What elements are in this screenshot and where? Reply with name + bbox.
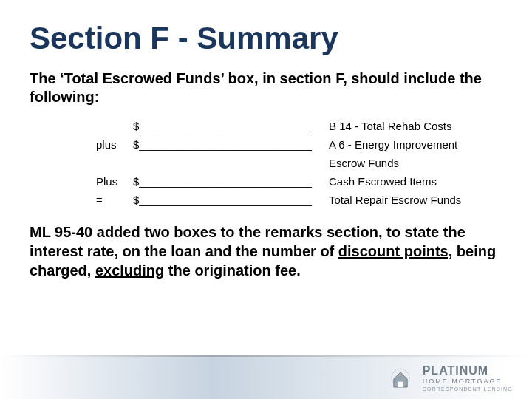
brand-text: PLATINUM HOME MORTGAGE CORRESPONDENT LEN…: [423, 365, 513, 392]
brand-line-1: PLATINUM: [423, 365, 513, 377]
amount-cell: $____________________________: [133, 117, 329, 135]
closing-underline-1: discount points,: [338, 243, 452, 259]
brand-line-2: HOME MORTGAGE: [423, 378, 513, 385]
brand-logo: PLATINUM HOME MORTGAGE CORRESPONDENT LEN…: [384, 365, 513, 393]
footer-divider: [0, 355, 532, 357]
op-cell: [96, 117, 133, 135]
amount-cell: $____________________________: [133, 191, 329, 209]
op-cell: plus: [96, 135, 133, 154]
amount-cell: $____________________________: [133, 135, 329, 154]
op-cell: =: [96, 191, 133, 209]
desc-cell: Cash Escrowed Items: [329, 172, 499, 191]
closing-text: ML 95-40 added two boxes to the remarks …: [30, 222, 502, 280]
slide: Section F - Summary The ‘Total Escrowed …: [0, 0, 532, 399]
closing-post: the origination fee.: [164, 262, 300, 279]
desc-cell: Total Repair Escrow Funds: [329, 191, 499, 209]
desc-cell: Escrow Funds: [329, 154, 499, 172]
op-cell: [96, 154, 133, 172]
op-cell: Plus: [96, 172, 133, 191]
amount-cell: [133, 154, 329, 172]
desc-cell: A 6 - Energy Improvement: [329, 135, 499, 154]
closing-underline-2: excluding: [95, 262, 164, 279]
table-row: Plus $____________________________ Cash …: [96, 172, 499, 191]
desc-cell: B 14 - Total Rehab Costs: [329, 117, 499, 135]
table-row: plus $____________________________ A 6 -…: [96, 135, 499, 154]
brand-line-3: CORRESPONDENT LENDING: [423, 386, 513, 392]
table-row: = $____________________________ Total Re…: [96, 191, 499, 209]
escrow-calc-table: $____________________________ B 14 - Tot…: [96, 117, 499, 209]
house-icon: [384, 365, 417, 393]
table-row: Escrow Funds: [96, 154, 499, 172]
amount-cell: $____________________________: [133, 172, 329, 191]
table-row: $____________________________ B 14 - Tot…: [96, 117, 499, 135]
page-title: Section F - Summary: [30, 21, 502, 56]
intro-text: The ‘Total Escrowed Funds’ box, in secti…: [30, 69, 488, 106]
